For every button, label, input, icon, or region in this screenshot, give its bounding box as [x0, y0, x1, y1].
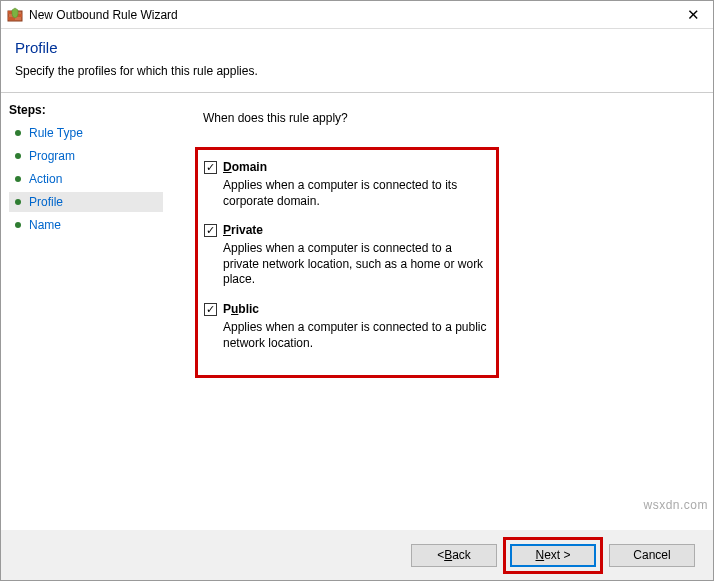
page-description: Specify the profiles for which this rule… — [15, 64, 699, 78]
bullet-icon — [15, 222, 21, 228]
bullet-icon — [15, 176, 21, 182]
question-text: When does this rule apply? — [203, 111, 699, 125]
private-checkbox[interactable] — [204, 224, 217, 237]
domain-checkbox[interactable] — [204, 161, 217, 174]
step-action[interactable]: Action — [9, 169, 163, 189]
private-label: Private — [223, 223, 263, 237]
close-button[interactable]: ✕ — [673, 1, 713, 29]
step-label: Rule Type — [29, 126, 83, 140]
highlight-box: Domain Applies when a computer is connec… — [195, 147, 499, 378]
domain-desc: Applies when a computer is connected to … — [223, 178, 490, 209]
public-checkbox[interactable] — [204, 303, 217, 316]
content: When does this rule apply? Domain Applie… — [171, 93, 713, 532]
footer: < Back Next > Cancel — [1, 530, 713, 580]
step-profile[interactable]: Profile — [9, 192, 163, 212]
sidebar-heading: Steps: — [9, 103, 163, 117]
firewall-icon — [7, 7, 23, 23]
step-label: Program — [29, 149, 75, 163]
public-label: Public — [223, 302, 259, 316]
step-name[interactable]: Name — [9, 215, 163, 235]
step-rule-type[interactable]: Rule Type — [9, 123, 163, 143]
sidebar: Steps: Rule Type Program Action Profile … — [1, 93, 171, 532]
step-label: Action — [29, 172, 62, 186]
titlebar: New Outbound Rule Wizard ✕ — [1, 1, 713, 29]
bullet-icon — [15, 153, 21, 159]
step-label: Name — [29, 218, 61, 232]
close-icon: ✕ — [687, 6, 700, 24]
bullet-icon — [15, 199, 21, 205]
private-desc: Applies when a computer is connected to … — [223, 241, 490, 288]
bullet-icon — [15, 130, 21, 136]
next-highlight: Next > — [503, 537, 603, 574]
page-title: Profile — [15, 39, 699, 56]
wizard-window: New Outbound Rule Wizard ✕ Profile Speci… — [0, 0, 714, 581]
cancel-button[interactable]: Cancel — [609, 544, 695, 567]
step-program[interactable]: Program — [9, 146, 163, 166]
watermark: wsxdn.com — [643, 498, 708, 512]
window-title: New Outbound Rule Wizard — [29, 8, 673, 22]
back-button[interactable]: < Back — [411, 544, 497, 567]
header: Profile Specify the profiles for which t… — [1, 29, 713, 93]
step-label: Profile — [29, 195, 63, 209]
domain-label: Domain — [223, 160, 267, 174]
public-desc: Applies when a computer is connected to … — [223, 320, 490, 351]
public-row: Public — [204, 302, 490, 316]
next-button[interactable]: Next > — [510, 544, 596, 567]
private-row: Private — [204, 223, 490, 237]
body: Steps: Rule Type Program Action Profile … — [1, 93, 713, 532]
domain-row: Domain — [204, 160, 490, 174]
